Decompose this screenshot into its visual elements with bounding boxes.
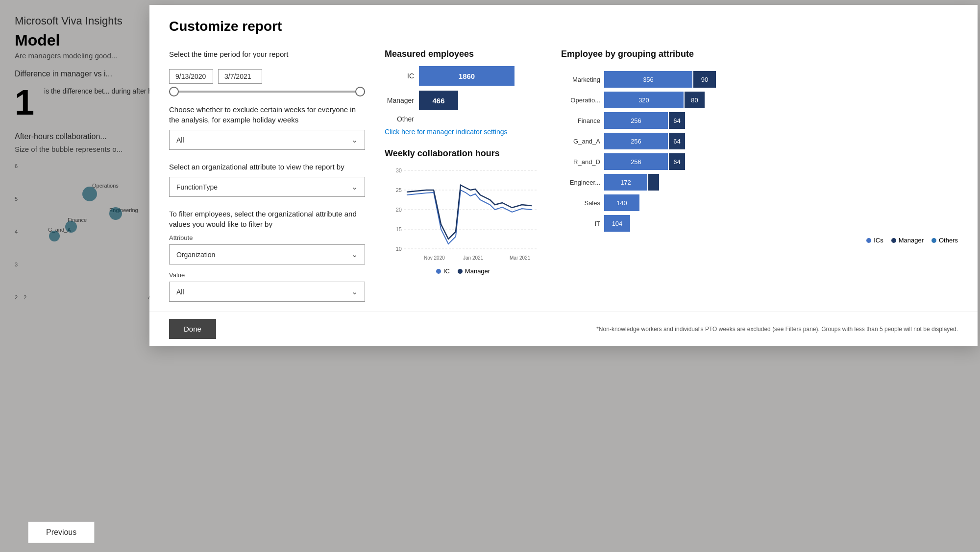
manager-legend-item: Manager: [458, 267, 490, 275]
svg-text:25: 25: [396, 187, 402, 193]
svg-text:10: 10: [396, 246, 402, 252]
emp-row-engineering: Engineer... 172: [561, 174, 958, 191]
org-attribute-arrow: ⌄: [351, 182, 358, 192]
ics-legend-item: ICs: [866, 237, 883, 244]
left-panel: Select the time period for your report 9…: [169, 49, 365, 302]
emp-operations-mgr: 80: [685, 92, 705, 108]
manager-label: Manager: [385, 96, 414, 104]
middle-panel: Measured employees IC 1860 Manager 466: [385, 49, 541, 302]
emp-marketing-ic-val: 356: [643, 76, 654, 83]
other-bar-row: Other: [385, 115, 541, 123]
emp-sales-ic: 140: [604, 194, 639, 211]
emp-operations-label: Operatio...: [561, 96, 600, 104]
emp-sales-ic-val: 140: [616, 199, 627, 207]
previous-button[interactable]: Previous: [28, 522, 95, 543]
weekly-collab-section: Weekly collaboration hours 30 25 20 15: [385, 148, 541, 275]
emp-ganda-mgr: 64: [669, 133, 685, 149]
emp-finance-mgr-val: 64: [673, 117, 680, 124]
emp-engineering-ic: 172: [604, 174, 647, 191]
weekly-collab-title: Weekly collaboration hours: [385, 148, 541, 159]
emp-marketing-mgr-val: 90: [701, 76, 708, 83]
emp-randd-ic: 256: [604, 153, 668, 170]
ic-value: 1860: [459, 72, 475, 80]
emp-it-bars: 104: [604, 215, 630, 232]
mgr-legend-dot: [891, 238, 896, 243]
emp-it-label: IT: [561, 220, 600, 227]
emp-row-operations: Operatio... 320 80: [561, 92, 958, 108]
manager-legend-dot: [458, 269, 463, 274]
exclude-weeks-section: Choose whether to exclude certain weeks …: [169, 104, 365, 150]
org-attribute-section: Select an organizational attribute to vi…: [169, 162, 365, 197]
value-label: Value: [169, 271, 365, 279]
emp-operations-ic: 320: [604, 92, 684, 108]
manager-bar-row: Manager 466: [385, 91, 541, 110]
ic-legend-item: IC: [436, 267, 450, 275]
ic-legend-dot: [436, 269, 441, 274]
employee-grouping-chart: Marketing 356 90 Operatio... 320 80: [561, 71, 958, 232]
ic-legend-label: IC: [443, 267, 450, 275]
mgr-legend-item: Manager: [891, 237, 924, 244]
emp-sales-bars: 140: [604, 194, 639, 211]
customize-report-modal: Customize report Select the time period …: [149, 5, 978, 346]
other-label: Other: [385, 115, 414, 123]
exclude-weeks-label: Choose whether to exclude certain weeks …: [169, 104, 365, 125]
ic-label: IC: [385, 72, 414, 80]
emp-marketing-mgr: 90: [693, 71, 716, 88]
ics-legend-dot: [866, 238, 871, 243]
emp-ganda-label: G_and_A: [561, 138, 600, 145]
emp-it-ic-val: 104: [612, 220, 623, 227]
emp-sales-label: Sales: [561, 199, 600, 207]
svg-text:Nov 2020: Nov 2020: [424, 255, 445, 261]
emp-operations-bars: 320 80: [604, 92, 705, 108]
emp-engineering-ic-val: 172: [620, 179, 631, 186]
start-date[interactable]: 9/13/2020: [169, 69, 213, 84]
date-slider-track[interactable]: [169, 91, 365, 93]
emp-finance-ic: 256: [604, 112, 668, 129]
ics-legend-label: ICs: [874, 237, 883, 244]
others-legend-item: Others: [931, 237, 958, 244]
emp-finance-bars: 256 64: [604, 112, 685, 129]
slider-thumb-left[interactable]: [169, 87, 179, 96]
emp-ganda-ic: 256: [604, 133, 668, 149]
svg-text:Mar 2021: Mar 2021: [510, 255, 531, 261]
svg-text:20: 20: [396, 207, 402, 213]
emp-row-ganda: G_and_A 256 64: [561, 133, 958, 149]
manager-value: 466: [432, 96, 444, 105]
emp-engineering-bars: 172: [604, 174, 659, 191]
footer-note: *Non-knowledge workers and individual's …: [596, 326, 958, 333]
emp-randd-mgr: 64: [669, 153, 685, 170]
filter-label: To filter employees, select the organiza…: [169, 209, 365, 229]
value-dropdown[interactable]: All ⌄: [169, 282, 365, 302]
slider-thumb-right[interactable]: [355, 87, 365, 96]
filter-section: To filter employees, select the organiza…: [169, 209, 365, 302]
date-inputs: 9/13/2020 3/7/2021: [169, 69, 365, 84]
time-period-label: Select the time period for your report: [169, 49, 365, 59]
org-attribute-dropdown[interactable]: FunctionType ⌄: [169, 177, 365, 197]
attribute-label: Attribute: [169, 234, 365, 241]
weekly-collab-chart: 30 25 20 15 10 Nov 2020 Jan 2021 Mar 202…: [385, 166, 541, 264]
attribute-dropdown-arrow: ⌄: [351, 250, 358, 259]
emp-ganda-mgr-val: 64: [673, 138, 680, 145]
done-button[interactable]: Done: [169, 319, 216, 339]
exclude-weeks-dropdown[interactable]: All ⌄: [169, 130, 365, 150]
emp-marketing-ic: 356: [604, 71, 692, 88]
emp-engineering-mgr: [648, 174, 659, 191]
manager-indicator-link[interactable]: Click here for manager indicator setting…: [385, 128, 541, 136]
modal-title: Customize report: [149, 5, 978, 34]
emp-randd-bars: 256 64: [604, 153, 685, 170]
attribute-dropdown[interactable]: Organization ⌄: [169, 244, 365, 264]
end-date[interactable]: 3/7/2021: [218, 69, 262, 84]
emp-randd-label: R_and_D: [561, 158, 600, 166]
emp-ganda-ic-val: 256: [631, 138, 641, 145]
manager-legend-label: Manager: [465, 267, 490, 275]
attribute-value: Organization: [176, 251, 215, 259]
others-legend-dot: [931, 238, 936, 243]
modal-footer: Done *Non-knowledge workers and individu…: [149, 312, 978, 346]
emp-randd-mgr-val: 64: [673, 158, 680, 166]
mgr-legend-label: Manager: [899, 237, 924, 244]
org-attribute-label: Select an organizational attribute to vi…: [169, 162, 365, 172]
emp-marketing-label: Marketing: [561, 76, 600, 83]
emp-operations-mgr-val: 80: [691, 96, 698, 104]
svg-text:Jan 2021: Jan 2021: [463, 255, 484, 261]
emp-it-ic: 104: [604, 215, 630, 232]
